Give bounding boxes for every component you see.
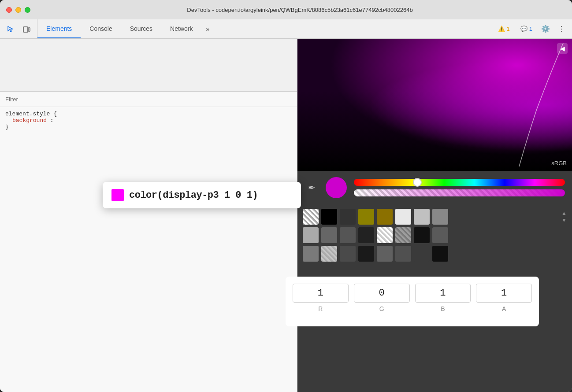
g-input[interactable] (354, 284, 410, 303)
swatch-scroll: ▲ ▼ (561, 210, 567, 223)
devtools-window: DevTools - codepen.io/argyleink/pen/QWBg… (0, 0, 572, 392)
swatch-row-1: ▲ ▼ (303, 209, 567, 225)
devtools-toolbar: Elements Console Sources Network » ⚠️ (0, 19, 572, 39)
swatch-item[interactable] (414, 209, 430, 225)
swatch-item[interactable] (432, 227, 448, 243)
ellipsis-icon: ⋮ (558, 25, 565, 33)
hue-slider[interactable] (354, 179, 565, 186)
style-selector: element.style { (5, 111, 292, 117)
swatch-item[interactable] (414, 227, 430, 243)
scroll-down-arrow[interactable]: ▼ (561, 217, 567, 223)
eyedropper-icon: ✒ (308, 182, 316, 193)
rgba-panel: R G B A (297, 277, 539, 326)
srgb-label: sRGB (551, 160, 567, 166)
svg-rect-1 (28, 28, 30, 31)
left-panel: element.style { background : } (0, 39, 297, 392)
styles-panel: element.style { background : } (0, 92, 297, 392)
title-bar: DevTools - codepen.io/argyleink/pen/QWBg… (0, 0, 572, 19)
swatch-item[interactable] (377, 227, 393, 243)
filter-input[interactable] (5, 96, 292, 103)
rgba-inputs: R G B A (297, 284, 532, 312)
swatch-item[interactable] (377, 246, 393, 262)
hue-slider-handle[interactable] (413, 178, 422, 187)
swatch-item[interactable] (340, 227, 356, 243)
html-preview (0, 39, 297, 92)
swatch-item[interactable] (358, 227, 374, 243)
tooltip-color-swatch[interactable] (111, 189, 124, 201)
more-tabs-button[interactable]: » (201, 19, 214, 38)
main-content: element.style { background : } color(dis… (0, 39, 572, 392)
toolbar-right: ⚠️ 1 💬 1 ⚙️ ⋮ (490, 19, 572, 38)
style-property[interactable]: background (5, 117, 47, 124)
tooltip-color-value: color(display-p3 1 0 1) (129, 190, 258, 201)
gear-icon: ⚙️ (541, 25, 550, 33)
b-input[interactable] (415, 284, 471, 303)
swatch-item[interactable] (321, 209, 337, 225)
style-rule: element.style { background : } (0, 107, 297, 134)
swatch-item[interactable] (432, 209, 448, 225)
r-input[interactable] (297, 284, 349, 303)
devtools-panel: Elements Console Sources Network » ⚠️ (0, 19, 572, 392)
color-tooltip: color(display-p3 1 0 1) (103, 182, 301, 208)
b-label: B (415, 305, 471, 312)
swatch-item[interactable] (395, 209, 411, 225)
swatch-item[interactable] (432, 246, 448, 262)
maximize-button[interactable] (25, 7, 30, 13)
swatch-item[interactable] (321, 227, 337, 243)
messages-button[interactable]: 💬 1 (517, 24, 536, 34)
swatch-item[interactable] (358, 246, 374, 262)
g-label: G (354, 305, 410, 312)
collapse-button[interactable]: ◀ (557, 43, 568, 54)
toolbar-icon-group (0, 19, 37, 38)
g-field: G (354, 284, 410, 312)
swatch-item[interactable] (321, 246, 337, 262)
alpha-slider[interactable] (354, 189, 565, 196)
close-button[interactable] (6, 7, 12, 13)
swatch-item[interactable] (303, 209, 319, 225)
right-panel: sRGB ◀ ✒ (297, 39, 572, 392)
swatch-item[interactable] (303, 246, 319, 262)
gradient-background[interactable]: sRGB ◀ (297, 39, 572, 171)
swatch-item[interactable] (395, 227, 411, 243)
r-label: R (297, 305, 349, 312)
warning-icon: ⚠️ (498, 26, 505, 32)
tab-console[interactable]: Console (81, 19, 121, 38)
style-closing-brace: } (5, 124, 292, 130)
svg-rect-0 (23, 27, 28, 32)
toolbar-tabs: Elements Console Sources Network » (37, 19, 490, 38)
gradient-canvas: sRGB ◀ (297, 39, 572, 171)
settings-button[interactable]: ⚙️ (539, 23, 552, 35)
swatch-item[interactable] (395, 246, 411, 262)
swatch-item[interactable] (414, 246, 430, 262)
device-toggle-button[interactable] (20, 23, 33, 35)
tab-network[interactable]: Network (161, 19, 201, 38)
select-element-button[interactable] (4, 23, 17, 35)
a-label: A (476, 305, 532, 312)
sliders-area (354, 179, 565, 196)
r-field: R (297, 284, 349, 312)
filter-bar (0, 92, 297, 107)
tab-elements[interactable]: Elements (37, 19, 81, 38)
eyedropper-button[interactable]: ✒ (305, 181, 319, 195)
a-input[interactable] (476, 284, 532, 303)
color-preview-circle (326, 177, 347, 198)
minimize-button[interactable] (15, 7, 21, 13)
swatch-item[interactable] (303, 227, 319, 243)
tab-sources[interactable]: Sources (121, 19, 161, 38)
b-field: B (415, 284, 471, 312)
message-icon: 💬 (520, 26, 527, 32)
swatch-item[interactable] (377, 209, 393, 225)
warnings-button[interactable]: ⚠️ 1 (494, 24, 513, 34)
swatch-row-2 (303, 227, 567, 243)
swatch-row-3 (303, 246, 567, 262)
scroll-up-arrow[interactable]: ▲ (561, 210, 567, 216)
gamut-curve (484, 39, 572, 171)
style-declaration: background : (5, 117, 292, 124)
a-field: A (476, 284, 532, 312)
swatch-item[interactable] (340, 246, 356, 262)
more-options-button[interactable]: ⋮ (555, 23, 568, 35)
window-title: DevTools - codepen.io/argyleink/pen/QWBg… (34, 7, 566, 13)
swatch-item[interactable] (358, 209, 374, 225)
color-controls: ✒ (297, 171, 572, 204)
swatch-item[interactable] (340, 209, 356, 225)
